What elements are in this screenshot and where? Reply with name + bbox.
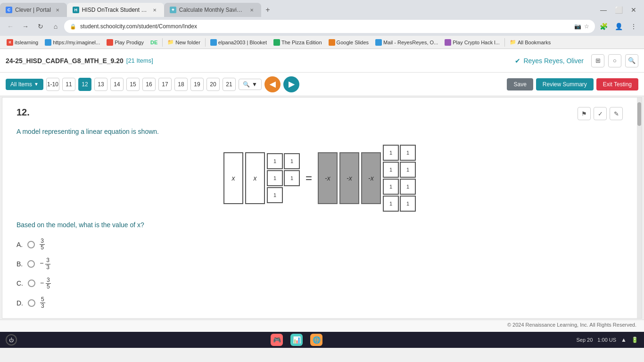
power-button[interactable]: ⏻ [6, 334, 17, 346]
bookmarks-bar: it itslearning https://my.imaginel... Pl… [0, 36, 644, 49]
settings-button[interactable]: ⋮ [627, 20, 640, 33]
address-security-icon: 🔒 [70, 24, 76, 30]
page-20-button[interactable]: 20 [206, 78, 220, 91]
user-check-icon: ✔ [515, 57, 520, 65]
bookmark-itslearning[interactable]: it itslearning [4, 38, 41, 47]
exit-testing-button[interactable]: Exit Testing [596, 78, 638, 90]
taskbar-app-1[interactable]: 🎮 [271, 334, 283, 346]
page-19-button[interactable]: 19 [190, 78, 204, 91]
check-button[interactable]: ✓ [594, 107, 607, 120]
bookmark-label-newfolder: New folder [175, 40, 200, 45]
frac-d-den: 3 [40, 303, 45, 309]
tab-hisd[interactable]: H HISD OnTrack Student | Renais... ✕ [67, 3, 164, 17]
search-icon-button[interactable]: 🔍 [625, 54, 638, 67]
tab-close-calc[interactable]: ✕ [248, 6, 256, 14]
fraction-d: 5 3 [40, 296, 45, 309]
close-window-button[interactable]: ✕ [627, 3, 640, 16]
tile-neg-x-1: -x [318, 152, 338, 204]
bookmark-slides[interactable]: Google Slides [326, 38, 372, 47]
tab-clever[interactable]: C Clever | Portal ✕ [0, 3, 67, 17]
left-side: x x 1 1 1 1 1 [223, 152, 300, 204]
scrollbar-thumb[interactable] [637, 102, 641, 126]
bookmark-icon-prodigy [107, 39, 113, 46]
page-11-button[interactable]: 11 [62, 78, 75, 91]
tab-close-hisd[interactable]: ✕ [151, 6, 158, 14]
extensions-button[interactable]: 🧩 [597, 20, 610, 33]
choice-c: C. − 3 5 [17, 277, 623, 290]
page-12-button[interactable]: 12 [78, 78, 91, 91]
address-input[interactable]: 🔒 student.schoolcity.com/student/Common/… [64, 20, 595, 33]
choice-c-value: − 3 5 [40, 277, 51, 290]
grid-view-button[interactable]: ⊞ [591, 54, 604, 67]
bookmark-prodigy[interactable]: Play Prodigy [104, 38, 147, 47]
bookmark-crypto[interactable]: Play Crypto Hack l... [442, 38, 503, 47]
scrollbar-track[interactable] [637, 98, 642, 318]
choice-b-radio[interactable] [27, 260, 35, 268]
app-icon-buttons: ⊞ ○ 🔍 [591, 54, 638, 67]
bookmark-blooket[interactable]: elpana2003 | Blooket [207, 38, 270, 47]
choice-c-radio[interactable] [28, 280, 35, 287]
next-arrow-icon: ▶ [289, 80, 294, 89]
equation-model: x x 1 1 1 1 1 [17, 145, 623, 212]
prev-arrow-icon: ◀ [270, 80, 275, 89]
right-ones-row-4: 1 1 [383, 196, 416, 212]
ones-row-2: 1 1 [267, 170, 300, 186]
tab-close-clever[interactable]: ✕ [54, 6, 61, 14]
page-18-button[interactable]: 18 [174, 78, 188, 91]
new-tab-button[interactable]: + [261, 3, 274, 16]
tab-calc[interactable]: ✦ Calculate Monthly Savings for... ✕ [164, 3, 261, 17]
ones-row-3: 1 [267, 187, 300, 203]
page-15-button[interactable]: 15 [126, 78, 140, 91]
browser-chrome: C Clever | Portal ✕ H HISD OnTrack Stude… [0, 0, 644, 49]
choice-a-label: A. [17, 241, 23, 248]
edit-button[interactable]: ✎ [610, 107, 623, 120]
profile-icon-button[interactable]: ○ [608, 54, 621, 67]
wifi-icon: ▲ [621, 337, 627, 343]
page-16-button[interactable]: 16 [142, 78, 156, 91]
page-13-button[interactable]: 13 [94, 78, 107, 91]
reload-button[interactable]: ↻ [34, 20, 47, 33]
bookmark-mail[interactable]: Mail - ReyesReyes, O... [372, 38, 441, 47]
choice-d-radio[interactable] [28, 299, 35, 307]
bookmark-de[interactable]: DE [148, 39, 160, 46]
tab-title-clever: Clever | Portal [15, 7, 51, 13]
ones-row-1: 1 1 [267, 153, 300, 169]
bookmark-star-icon[interactable]: ☆ [584, 23, 589, 30]
save-button[interactable]: Save [507, 78, 533, 90]
home-button[interactable]: ⌂ [49, 20, 62, 33]
taskbar-app-2[interactable]: 📊 [290, 334, 303, 346]
right-ones-row-2: 1 1 [383, 162, 416, 178]
previous-nav-button[interactable]: ◀ [264, 76, 281, 92]
frac-b-num: 3 [45, 257, 50, 264]
search-button[interactable]: 🔍 ▼ [239, 79, 262, 90]
bookmark-pizza[interactable]: The Pizza Edition [271, 38, 325, 47]
taskbar-app-3[interactable]: 🌐 [310, 334, 322, 346]
fraction-c: 3 5 [46, 277, 51, 290]
dropdown-arrow-icon: ▼ [34, 82, 39, 87]
forward-button[interactable]: → [19, 20, 32, 33]
profile-button[interactable]: 👤 [612, 20, 625, 33]
bookmark-imaginel[interactable]: https://my.imaginel... [42, 38, 103, 47]
flag-button[interactable]: ⚑ [578, 107, 591, 120]
back-button[interactable]: ← [4, 20, 17, 33]
bookmark-newfolder[interactable]: 📁 New folder [165, 38, 203, 46]
tile-one-3: 1 [267, 170, 283, 186]
choice-a-radio[interactable] [27, 241, 35, 248]
page-range-button[interactable]: 1-10 [46, 78, 59, 91]
bookmark-label-all: All Bookmarks [518, 40, 551, 45]
app-bar: 24-25_HISD_CADFA_G8_MTH_E_9.20 [21 Items… [0, 49, 644, 73]
all-items-dropdown[interactable]: All Items ▼ [6, 79, 43, 90]
taskbar-app-3-icon: 🌐 [313, 336, 321, 344]
minimize-button[interactable]: — [597, 3, 610, 16]
page-17-button[interactable]: 17 [158, 78, 172, 91]
taskbar-time: 1:00 US [597, 337, 616, 343]
maximize-button[interactable]: ⬜ [612, 3, 625, 16]
page-14-button[interactable]: 14 [110, 78, 124, 91]
review-summary-button[interactable]: Review Summary [536, 78, 594, 90]
next-nav-button[interactable]: ▶ [283, 76, 299, 92]
frac-d-num: 5 [40, 296, 45, 303]
tile-one-r1: 1 [383, 145, 399, 161]
page-21-button[interactable]: 21 [223, 78, 236, 91]
bookmark-allbookmarks[interactable]: 📁 All Bookmarks [507, 38, 553, 46]
tab-title-hisd: HISD OnTrack Student | Renais... [82, 7, 148, 13]
